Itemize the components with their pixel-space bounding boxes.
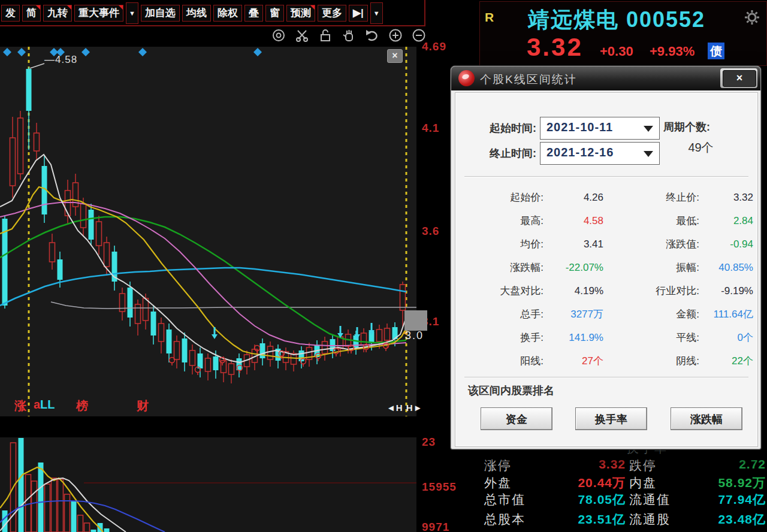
toolbar-button-预测[interactable]: 预测: [286, 5, 315, 22]
quote-stat-row: 涨停3.32跌停2.72: [483, 457, 767, 473]
toolbar-button-九转[interactable]: 九转: [43, 5, 72, 22]
event-diamond-icon[interactable]: [3, 48, 11, 56]
candle: [135, 304, 141, 324]
candle: [229, 364, 234, 374]
ranking-button-换手率[interactable]: 换手率: [575, 407, 647, 430]
toolbar-button-除权[interactable]: 除权: [213, 5, 242, 22]
candle: [50, 243, 55, 262]
stat-label: 阴线:: [609, 349, 699, 373]
stat-label: 大盘对比:: [456, 279, 543, 303]
range-nav-handles[interactable]: ◄H H►: [386, 403, 423, 413]
toolbar-button-重大事件[interactable]: 重大事件: [74, 5, 123, 22]
chart-tag-a: a: [34, 398, 40, 412]
period-count-value: 49个: [663, 140, 738, 156]
volume-bar: [32, 481, 37, 532]
candle: [213, 356, 219, 370]
sell-arrow-head: [212, 334, 218, 339]
margin-r-badge: R: [485, 10, 494, 25]
dialog-close-button[interactable]: ×: [723, 70, 756, 87]
candle: [260, 343, 265, 358]
candle: [159, 324, 164, 341]
candle: [182, 338, 188, 362]
toolbar-button-更多[interactable]: 更多: [318, 5, 346, 22]
stat-label: 涨停: [484, 457, 512, 474]
range-price-label: 3.0: [405, 330, 424, 342]
stat-value: 23.48亿: [699, 511, 766, 528]
volume-bar: [65, 494, 70, 532]
axis-label: 4.69: [422, 40, 469, 53]
high-price-label: —4.58: [44, 54, 77, 66]
candle: [377, 330, 382, 341]
stock-name-code: 靖远煤电 000552: [528, 5, 705, 35]
event-diamond-icon[interactable]: [253, 48, 262, 56]
stat-value: 4.19%: [546, 279, 603, 303]
toolbar-button-▶|[interactable]: ▶|: [349, 5, 368, 22]
toolbar-button-均线[interactable]: 均线: [182, 5, 211, 22]
kline-chart[interactable]: [0, 47, 416, 416]
start-date-dropdown[interactable]: 2021-10-11: [540, 117, 660, 140]
volume-bar: [38, 463, 44, 532]
toolbar-button-▼[interactable]: ▼: [126, 2, 138, 24]
stat-value: 3277万: [546, 303, 603, 326]
end-date-dropdown[interactable]: 2021-12-16: [540, 142, 660, 165]
toolbar-button-▼[interactable]: ▼: [370, 2, 383, 24]
stat-value: 78.05亿: [555, 491, 626, 508]
end-date-label: 终止时间:: [461, 146, 536, 161]
ranking-button-涨跌幅[interactable]: 涨跌幅: [671, 407, 742, 430]
candle: [120, 294, 125, 312]
chart-close-icon[interactable]: ×: [387, 49, 403, 63]
scissors-icon[interactable]: [294, 28, 310, 43]
zoom-in-icon[interactable]: [388, 28, 403, 43]
top-toolbar: 发简九转重大事件▼加自选均线除权叠窗预测更多▶|▼: [1, 2, 383, 24]
stat-value: -22.07%: [546, 256, 603, 279]
stat-value: 2.72: [699, 457, 766, 471]
candle: [190, 350, 195, 365]
gear-icon[interactable]: [744, 9, 760, 28]
toolbar-divider: [424, 0, 425, 26]
lock-icon[interactable]: [318, 28, 333, 43]
stat-value: 3.32: [555, 457, 626, 471]
candle: [143, 298, 149, 321]
quote-stat-row: 外盘20.44万内盘58.92万: [483, 474, 767, 490]
stat-value: -9.19%: [702, 279, 753, 303]
toolbar-button-叠[interactable]: 叠: [244, 5, 263, 22]
event-diamond-icon[interactable]: [17, 48, 26, 56]
high-pointer-line: [30, 64, 44, 68]
stat-label: 总股本: [484, 511, 526, 528]
toolbar-underline: [0, 25, 425, 26]
alert-corner-mark: [67, 5, 71, 10]
eye-icon[interactable]: [271, 28, 286, 43]
chevron-down-icon: [644, 126, 653, 132]
stat-value: 3.41: [546, 232, 603, 256]
dialog-titlebar[interactable]: 个股K线区间统计 ×: [451, 66, 760, 90]
candle: [10, 138, 16, 186]
zoom-out-icon[interactable]: [411, 28, 427, 43]
stat-value: 77.94亿: [699, 491, 766, 508]
event-diamond-icon[interactable]: [138, 48, 147, 56]
stat-value: 20.44万: [555, 474, 626, 491]
ranking-button-资金[interactable]: 资金: [481, 407, 552, 430]
undo-icon[interactable]: [364, 28, 380, 43]
event-diamond-icon[interactable]: [81, 48, 90, 56]
toolbar-button-窗[interactable]: 窗: [265, 5, 284, 22]
toolbar-button-加自选[interactable]: 加自选: [141, 5, 180, 22]
candle: [174, 341, 180, 359]
range-drag-handle[interactable]: [404, 310, 427, 331]
toolbar-button-发[interactable]: 发: [1, 5, 20, 22]
volume-bar: [78, 515, 83, 532]
candle: [34, 133, 40, 151]
toolbar-button-简[interactable]: 简: [22, 5, 41, 22]
candle: [322, 341, 328, 353]
hand-icon[interactable]: [341, 28, 357, 43]
chart-tag-涨: 涨: [14, 398, 26, 414]
chart-tag-财: 财: [137, 398, 149, 414]
stat-value: 0个: [702, 326, 753, 349]
candle: [128, 288, 133, 318]
stock-name: 靖远煤电: [528, 7, 619, 32]
stat-label: 阳线:: [456, 349, 543, 373]
stat-label: 终止价:: [609, 186, 699, 209]
volume-chart[interactable]: [0, 437, 416, 532]
quote-panel: R 靖远煤电 000552 3.32 +0.30 +9.93% 债: [479, 1, 767, 66]
stat-label: 涨跌幅:: [456, 256, 543, 279]
stat-label: 总市值: [484, 491, 526, 508]
